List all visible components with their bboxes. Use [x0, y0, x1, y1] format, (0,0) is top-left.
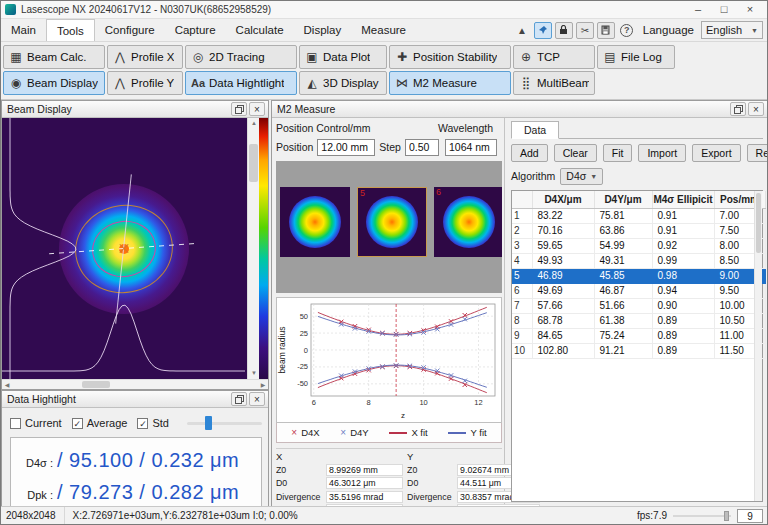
- language-select[interactable]: English ▼: [701, 21, 763, 39]
- table-scrollbar-thumb[interactable]: [756, 193, 761, 253]
- minimize-button[interactable]: –: [685, 2, 711, 18]
- checkbox-std[interactable]: ✓Std: [137, 417, 169, 429]
- m2-controls-area: Position Control/mm Wavelength Position …: [272, 118, 505, 507]
- close-icon[interactable]: ×: [748, 102, 764, 116]
- fps-slider[interactable]: [673, 510, 731, 522]
- slider-handle[interactable]: [205, 416, 212, 430]
- thumbnail-index: 5: [360, 188, 365, 198]
- menu-item-main[interactable]: Main: [1, 19, 46, 41]
- position-input[interactable]: [317, 139, 375, 156]
- algorithm-select[interactable]: D4σ ▼: [560, 168, 603, 185]
- scroll-right-icon[interactable]: ▶: [258, 380, 268, 390]
- toolbar-button-data-plot[interactable]: ▣Data Plot: [299, 45, 387, 69]
- table-row-9[interactable]: 984.6575.240.8911.00: [512, 328, 765, 343]
- vertical-scrollbar[interactable]: ▲ ▼: [247, 118, 259, 379]
- toolbar-button-profile-x[interactable]: ⋀Profile X: [107, 45, 183, 69]
- data-buttons-row: AddClearFitImportExportReport: [511, 144, 763, 162]
- pin-icon[interactable]: [534, 22, 552, 39]
- menu-item-configure[interactable]: Configure: [95, 19, 165, 41]
- vertical-scrollbar-thumb[interactable]: [249, 144, 258, 182]
- import-button[interactable]: Import: [638, 144, 686, 162]
- report-button[interactable]: Report: [747, 144, 768, 162]
- wavelength-input[interactable]: [445, 139, 497, 156]
- data-cell: 54.99: [594, 238, 652, 253]
- toolbar-button-m2-measure[interactable]: ⋈M2 Measure: [389, 71, 511, 95]
- help-glyph: ?: [620, 24, 633, 37]
- result-row-z0: Z08.99269 mm: [276, 463, 403, 477]
- menu-item-capture[interactable]: Capture: [165, 19, 226, 41]
- restore-icon[interactable]: [231, 102, 247, 116]
- beam-thumbnail-1[interactable]: [280, 187, 350, 257]
- toolbar-button-data-hightlight[interactable]: AaData Hightlight: [185, 71, 297, 95]
- table-row-8[interactable]: 868.7861.380.8910.50: [512, 313, 765, 328]
- restore-icon[interactable]: [730, 102, 746, 116]
- legend-label: D4X: [301, 427, 319, 438]
- lock-icon[interactable]: [555, 22, 573, 39]
- column-header-d4x-m: D4X/μm: [532, 191, 594, 208]
- table-row-10[interactable]: 10102.8091.210.8911.50: [512, 343, 765, 358]
- data-cell: 57.66: [532, 298, 594, 313]
- close-icon[interactable]: ×: [249, 102, 265, 116]
- beam-thumbnail-2[interactable]: 5: [357, 187, 427, 257]
- table-header-row: D4X/μmD4Y/μmM4σ EllipicitPos/mm: [512, 191, 765, 208]
- toolbar-button-2d-tracing[interactable]: ◎2D Tracing: [185, 45, 297, 69]
- step-label: Step: [379, 141, 401, 153]
- export-button[interactable]: Export: [692, 144, 740, 162]
- table-scrollbar[interactable]: [754, 191, 762, 501]
- fps-slider-handle[interactable]: [724, 511, 729, 521]
- legend-line-icon: [389, 432, 407, 434]
- toolbar-button-beam-calc[interactable]: ▦Beam Calc.: [3, 45, 105, 69]
- svg-text:8: 8: [367, 398, 371, 407]
- title-bar: Lasescope NX 20240617V12 - N0307UK(68652…: [1, 1, 767, 19]
- menu-item-calculate[interactable]: Calculate: [226, 19, 294, 41]
- toolbar-button-tcp[interactable]: ⊕TCP: [513, 45, 595, 69]
- scissors-icon[interactable]: ✂: [576, 22, 594, 39]
- table-row-3[interactable]: 359.6554.990.928.00: [512, 238, 765, 253]
- toolbar-button-position-stability[interactable]: ✚Position Stability: [389, 45, 511, 69]
- table-row-6[interactable]: 649.6946.870.949.50: [512, 283, 765, 298]
- toolbar-button-multibeam[interactable]: ⣿MultiBeam: [513, 71, 595, 95]
- toolbar-button-file-log[interactable]: ▤File Log: [597, 45, 675, 69]
- add-button[interactable]: Add: [511, 144, 548, 162]
- restore-icon[interactable]: [231, 392, 247, 406]
- table-row-5[interactable]: 546.8945.850.989.00: [512, 268, 765, 283]
- toolbar-button-beam-display[interactable]: ◉Beam Display: [3, 71, 105, 95]
- clear-button[interactable]: Clear: [554, 144, 597, 162]
- opacity-slider[interactable]: [187, 416, 262, 430]
- maximize-button[interactable]: □: [711, 2, 737, 18]
- horizontal-scrollbar[interactable]: ◀ ▶: [2, 379, 268, 389]
- legend-item-x-fit: X fit: [389, 427, 427, 438]
- close-button[interactable]: ×: [737, 2, 763, 18]
- step-input[interactable]: [405, 139, 439, 156]
- position-label: Position: [276, 141, 313, 153]
- save-report-icon[interactable]: [597, 22, 615, 39]
- checkbox-average[interactable]: ✓Average: [72, 417, 128, 429]
- table-row-4[interactable]: 449.9349.310.998.50: [512, 253, 765, 268]
- table-row-7[interactable]: 757.6651.660.9010.00: [512, 298, 765, 313]
- help-icon[interactable]: ?: [618, 22, 636, 39]
- scroll-left-icon[interactable]: ◀: [2, 380, 12, 390]
- collapse-icon[interactable]: ▲: [513, 22, 531, 39]
- data-highlight-header: Data Hightlight ×: [2, 391, 268, 408]
- toolbar-button-profile-y[interactable]: ⋀Profile Y: [107, 71, 183, 95]
- menu-item-display[interactable]: Display: [294, 19, 352, 41]
- tab-data[interactable]: Data: [511, 121, 559, 139]
- menu-item-tools[interactable]: Tools: [46, 19, 95, 41]
- column-header-d4y-m: D4Y/μm: [594, 191, 652, 208]
- checkbox-current[interactable]: Current: [10, 417, 62, 429]
- data-cell: 49.31: [594, 253, 652, 268]
- data-cell: 84.65: [532, 328, 594, 343]
- beam-thumbnail-3[interactable]: 6: [434, 187, 502, 257]
- svg-text:-25: -25: [297, 362, 308, 371]
- table-row-1[interactable]: 183.2275.810.917.00: [512, 208, 765, 223]
- table-row-2[interactable]: 270.1663.860.917.50: [512, 223, 765, 238]
- fps-value-box[interactable]: 9: [737, 509, 763, 523]
- close-icon[interactable]: ×: [249, 392, 265, 406]
- m2-measure-panel: M2 Measure × Position Control/mm Wavelen…: [271, 100, 768, 508]
- fit-button[interactable]: Fit: [603, 144, 633, 162]
- toolbar-button-3d-display[interactable]: ◭3D Display: [299, 71, 387, 95]
- beam-image[interactable]: [2, 118, 247, 379]
- horizontal-scrollbar-thumb[interactable]: [82, 381, 110, 388]
- toolbar-button-label: 3D Display: [323, 77, 379, 89]
- menu-item-measure[interactable]: Measure: [351, 19, 416, 41]
